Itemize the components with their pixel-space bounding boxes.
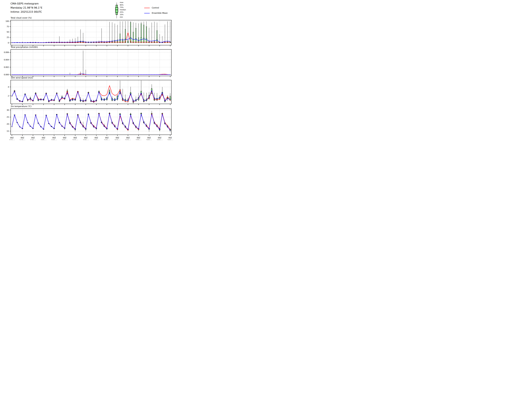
svg-text:00Z: 00Z [10,137,14,139]
svg-text:23Dec: 23Dec [94,139,99,140]
svg-text:20Dec: 20Dec [62,139,68,140]
svg-text:25: 25 [7,36,9,38]
svg-text:16Dec: 16Dec [20,139,25,140]
svg-text:26Dec: 26Dec [125,139,131,140]
svg-text:18Dec: 18Dec [41,139,46,140]
svg-text:24Dec: 24Dec [104,139,110,140]
svg-text:00Z: 00Z [158,137,161,139]
svg-text:00Z: 00Z [137,137,140,139]
svg-text:00Z: 00Z [126,137,130,139]
svg-text:0.000: 0.000 [4,74,9,76]
svg-text:00Z: 00Z [31,137,35,139]
svg-text:20: 20 [7,123,9,125]
svg-text:00Z: 00Z [63,137,66,139]
svg-text:22Dec: 22Dec [83,139,89,140]
svg-text:50: 50 [7,31,9,33]
svg-text:0.002: 0.002 [4,66,9,68]
svg-text:21Dec: 21Dec [72,139,78,140]
svg-text:30: 30 [7,109,9,111]
svg-text:00Z: 00Z [116,137,119,139]
svg-text:00Z: 00Z [168,137,172,139]
svg-text:27Dec: 27Dec [136,139,141,140]
svg-text:0.004: 0.004 [4,59,9,61]
svg-text:25: 25 [7,116,9,118]
svg-text:25Dec: 25Dec [115,139,120,140]
svg-text:28Dec: 28Dec [146,139,152,140]
svg-text:00Z: 00Z [42,137,45,139]
meteogram-chart: 02550751000.0000.0020.0040.0062415202530… [0,0,176,140]
svg-text:00Z: 00Z [21,137,24,139]
svg-text:30Dec: 30Dec [167,139,173,140]
svg-text:29Dec: 29Dec [157,139,163,140]
svg-text:100: 100 [5,20,9,22]
meteogram-page: CMA-GEPS meteogram Mandalay 21.98°N 96.1… [0,0,176,140]
svg-text:15: 15 [7,130,9,132]
svg-text:0.006: 0.006 [4,51,9,53]
svg-text:2: 2 [8,95,9,97]
svg-text:4: 4 [8,86,9,88]
svg-text:00Z: 00Z [73,137,77,139]
svg-text:00Z: 00Z [147,137,151,139]
svg-text:19Dec: 19Dec [51,139,57,140]
svg-text:17Dec: 17Dec [30,139,36,140]
svg-text:00Z: 00Z [95,137,98,139]
svg-text:00Z: 00Z [105,137,108,139]
svg-text:15Dec: 15Dec [9,139,15,140]
svg-text:0: 0 [8,42,9,44]
svg-text:00Z: 00Z [84,137,87,139]
svg-text:00Z: 00Z [52,137,56,139]
svg-text:75: 75 [7,26,9,28]
